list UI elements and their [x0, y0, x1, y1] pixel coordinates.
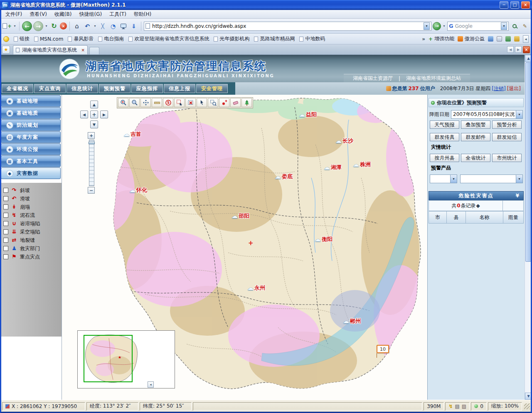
nav-tab[interactable]: 安全管理	[196, 84, 228, 93]
nav-tab[interactable]: 全省概况	[2, 84, 33, 93]
close-button[interactable]: ×	[521, 1, 530, 9]
product-select-1[interactable]: ▾	[430, 175, 457, 183]
download-button[interactable]: ⇓	[129, 21, 138, 32]
layer-checkbox[interactable]	[3, 238, 8, 243]
resize-grip[interactable]	[524, 403, 530, 409]
highlight-button[interactable]: ✎	[520, 21, 530, 32]
layer-checkbox[interactable]	[3, 204, 8, 209]
links-bar-item[interactable]: MSN.com	[34, 36, 63, 42]
menu-item[interactable]: 查看(V)	[26, 10, 51, 19]
status-zoom-cell[interactable]: 缩放: 100%	[488, 402, 522, 411]
go-button[interactable]: →	[433, 22, 441, 30]
forecast-button[interactable]: 天气预报	[430, 120, 459, 129]
send-button[interactable]: 群发短信	[492, 133, 522, 141]
search-box[interactable]: G Google ▾	[447, 22, 509, 31]
layer-row[interactable]: ⚑ 重点灾点	[0, 253, 62, 261]
menu-item[interactable]: 收藏(B)	[51, 10, 76, 19]
pointer-tool[interactable]	[197, 98, 207, 107]
sidebar-item-basic-tools[interactable]: ▦基本工具	[1, 155, 61, 167]
scroll-down-button[interactable]: ▼	[525, 393, 532, 400]
layer-checkbox[interactable]	[3, 188, 8, 193]
stats-button[interactable]: 按月州县	[430, 154, 459, 162]
back-button[interactable]: ←	[22, 21, 32, 31]
select-rect-tool[interactable]	[174, 98, 185, 107]
zoom-in-tool[interactable]	[118, 98, 128, 107]
snapshot-button[interactable]	[119, 21, 128, 32]
danger-panel-header[interactable]: 危险性灾害点 ¥	[429, 191, 524, 200]
link-geo-monitor-station[interactable]: 湖南省地质环境监测总站	[406, 75, 461, 82]
eraser-tool[interactable]	[230, 98, 241, 107]
nav-tab[interactable]: 信息统计	[66, 84, 98, 93]
history-dropdown[interactable]: ▾	[44, 24, 48, 28]
zoom-slider-plus-button[interactable]: +	[88, 132, 95, 139]
stop-tool[interactable]: S	[163, 98, 173, 107]
active-tab[interactable]: 湖南省地质灾害信息系统 ×	[13, 45, 88, 54]
layer-row[interactable]: ⇊ 采空塌陷	[0, 228, 62, 236]
layer-row[interactable]: ♟ 救灾部门	[0, 244, 62, 253]
menu-item[interactable]: 帮助(H)	[130, 10, 155, 19]
undo-dropdown[interactable]: ▾	[93, 24, 97, 28]
pan-tool[interactable]	[140, 98, 151, 107]
zoom-box-tool[interactable]	[208, 98, 218, 107]
zoom-slider-handle[interactable]	[89, 142, 95, 144]
nav-tab[interactable]: 应急指挥	[131, 84, 163, 93]
undo-button[interactable]: ↶	[83, 21, 92, 32]
layer-checkbox[interactable]	[3, 221, 8, 226]
map-flag-marker[interactable]: 10	[377, 345, 389, 353]
nav-tab[interactable]: 预测预警	[99, 84, 131, 93]
exit-link[interactable]: [退出]	[507, 85, 521, 92]
account-icon[interactable]	[488, 36, 493, 42]
new-tab-stub[interactable]	[89, 47, 99, 54]
pager-icon[interactable]: ◆	[476, 203, 480, 209]
search-button[interactable]	[510, 21, 519, 32]
layer-row[interactable]: ↷ 斜坡	[0, 186, 62, 194]
restore-button[interactable]: □	[510, 1, 519, 9]
measure-tool[interactable]	[152, 98, 162, 107]
charity-link[interactable]: 傲游公益	[458, 35, 485, 42]
link-land-resources[interactable]: 湖南省国土资源厅	[353, 75, 393, 82]
zoom-slider-minus-button[interactable]: −	[88, 187, 95, 194]
refresh-button[interactable]: ↻	[49, 21, 59, 32]
layer-checkbox[interactable]	[3, 246, 8, 251]
forecast-button[interactable]: 叠加预警	[461, 120, 490, 129]
links-bar-item[interactable]: 光年摄影机构	[214, 35, 249, 42]
menu-item[interactable]: 快捷组(G)	[75, 10, 106, 19]
print-icon[interactable]: ▤	[455, 403, 460, 409]
sidebar-item-prevention-plan[interactable]: ✎防治规划	[1, 119, 61, 131]
pan-right-button[interactable]: ▶	[100, 111, 108, 118]
legend-tree-tool[interactable]	[241, 98, 252, 107]
message-icon[interactable]	[505, 36, 511, 42]
tab-close-icon[interactable]: ×	[81, 48, 85, 52]
sidebar-item-annual-plan[interactable]: ▤年度方案	[1, 131, 61, 143]
layer-checkbox[interactable]	[3, 254, 8, 259]
go-dropdown[interactable]: ▾	[442, 24, 446, 28]
product-select-2[interactable]: ▾	[460, 175, 523, 183]
map-area[interactable]: S ▲ ◀ + ▶ ▼ + −	[62, 95, 427, 400]
sidebar-item-base-geography[interactable]: ◉基础地理	[1, 95, 61, 107]
send-button[interactable]: 群发传真	[430, 133, 459, 141]
links-bar-item[interactable]: 欢迎登陆湖南省地质灾害信息系统	[128, 35, 209, 42]
layer-row[interactable]: ↡ 崩塌	[0, 203, 62, 211]
nav-tab[interactable]: 信息上报	[164, 84, 195, 93]
overview-collapse-button[interactable]: ◂	[148, 381, 154, 388]
links-bar-item[interactable]: 中地数码	[299, 35, 325, 42]
zoom-slider-track[interactable]	[89, 140, 94, 186]
close-tab-button[interactable]: ×	[523, 46, 530, 53]
gift-icon[interactable]	[514, 36, 520, 42]
address-dropdown[interactable]: ▾	[424, 22, 430, 30]
plugin-button[interactable]: ╳	[98, 21, 107, 32]
overview-map[interactable]: ★ ◂	[77, 330, 175, 388]
pan-center-button[interactable]: +	[90, 111, 98, 118]
logout-link[interactable]: [注销]	[492, 85, 505, 92]
layer-row[interactable]: ∪ 岩溶塌陷	[0, 219, 62, 228]
minimize-button[interactable]: ─	[500, 1, 508, 9]
layer-row[interactable]: ↶ 滑坡	[0, 194, 62, 203]
folder-icon[interactable]: ▨	[462, 403, 466, 409]
danger-panel-collapse-icon[interactable]: ¥	[516, 193, 520, 199]
stats-button[interactable]: 全省统计	[461, 154, 490, 162]
favorites-ball-icon[interactable]	[3, 36, 9, 42]
pan-down-button[interactable]: ▼	[90, 120, 98, 128]
status-popup-cell[interactable]: 0	[471, 402, 487, 411]
scrollbar-thumb[interactable]	[525, 62, 532, 262]
address-text[interactable]: http://dzzh.hndh.gov.cn/gridweb.aspx	[152, 23, 421, 29]
